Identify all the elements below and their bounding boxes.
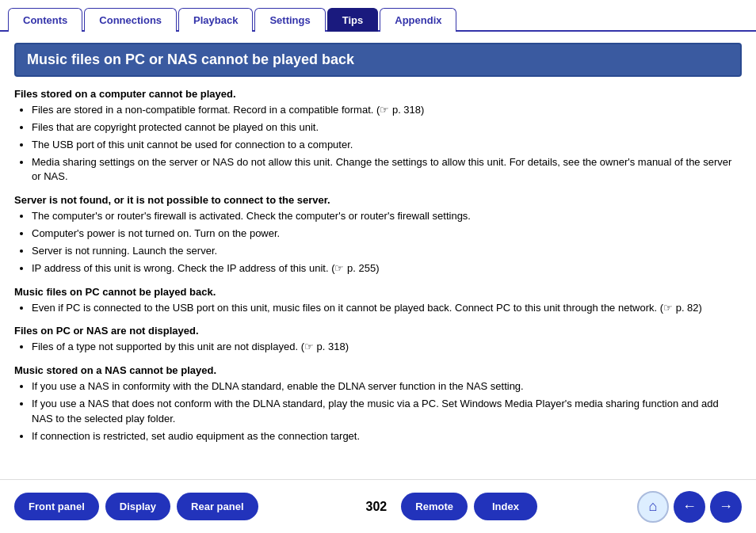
bullet-list-2: The computer's or router's firewall is a… (14, 209, 742, 276)
index-button[interactable]: Index (474, 493, 537, 520)
content-area: Music files on PC or NAS cannot be playe… (0, 32, 756, 457)
bottom-left-buttons: Front panel Display Rear panel (14, 493, 258, 520)
home-icon: ⌂ (649, 498, 658, 515)
tab-playback[interactable]: Playback (178, 8, 253, 32)
section-header-1: Files stored on a computer cannot be pla… (14, 88, 742, 100)
list-item: Files are stored in a non-compatible for… (32, 103, 742, 118)
rear-panel-button[interactable]: Rear panel (177, 493, 258, 520)
list-item: The computer's or router's firewall is a… (32, 209, 742, 224)
remote-button[interactable]: Remote (401, 493, 468, 520)
tab-contents[interactable]: Contents (8, 8, 82, 32)
section-header-2: Server is not found, or it is not possib… (14, 194, 742, 206)
tab-appendix[interactable]: Appendix (380, 8, 456, 32)
list-item: Files of a type not supported by this un… (32, 340, 742, 355)
bottom-right-buttons: ⌂ ← → (637, 491, 742, 523)
prev-icon: ← (682, 498, 697, 515)
tab-tips[interactable]: Tips (327, 8, 379, 32)
front-panel-button[interactable]: Front panel (14, 493, 99, 520)
bottom-center: 302 Remote Index (358, 493, 537, 520)
list-item: If you use a NAS in conformity with the … (32, 379, 742, 394)
bullet-list-1: Files are stored in a non-compatible for… (14, 103, 742, 185)
display-button[interactable]: Display (105, 493, 170, 520)
list-item: If connection is restricted, set audio e… (32, 429, 742, 444)
bullet-list-4: Files of a type not supported by this un… (14, 340, 742, 355)
page-title: Music files on PC or NAS cannot be playe… (14, 43, 742, 77)
list-item: If you use a NAS that does not conform w… (32, 397, 742, 427)
tabs-bar: Contents Connections Playback Settings T… (0, 0, 756, 32)
bullet-list-3: Even if PC is connected to the USB port … (14, 301, 742, 316)
list-item: The USB port of this unit cannot be used… (32, 138, 742, 153)
page-number: 302 (366, 500, 388, 514)
list-item: IP address of this unit is wrong. Check … (32, 261, 742, 276)
bottom-bar: Front panel Display Rear panel 302 Remot… (0, 479, 756, 533)
bullet-list-5: If you use a NAS in conformity with the … (14, 379, 742, 444)
list-item: Even if PC is connected to the USB port … (32, 301, 742, 316)
home-button[interactable]: ⌂ (637, 491, 669, 523)
list-item: Computer's power is not turned on. Turn … (32, 227, 742, 242)
tab-connections[interactable]: Connections (84, 8, 177, 32)
list-item: Files that are copyright protected canno… (32, 120, 742, 135)
next-button[interactable]: → (710, 491, 742, 523)
list-item: Media sharing settings on the server or … (32, 155, 742, 185)
next-icon: → (719, 498, 733, 515)
section-header-5: Music stored on a NAS cannot be played. (14, 364, 742, 376)
section-header-4: Files on PC or NAS are not displayed. (14, 325, 742, 337)
tab-settings[interactable]: Settings (254, 8, 325, 32)
section-header-3: Music files on PC cannot be played back. (14, 286, 742, 298)
prev-button[interactable]: ← (674, 491, 705, 523)
list-item: Server is not running. Launch the server… (32, 244, 742, 259)
